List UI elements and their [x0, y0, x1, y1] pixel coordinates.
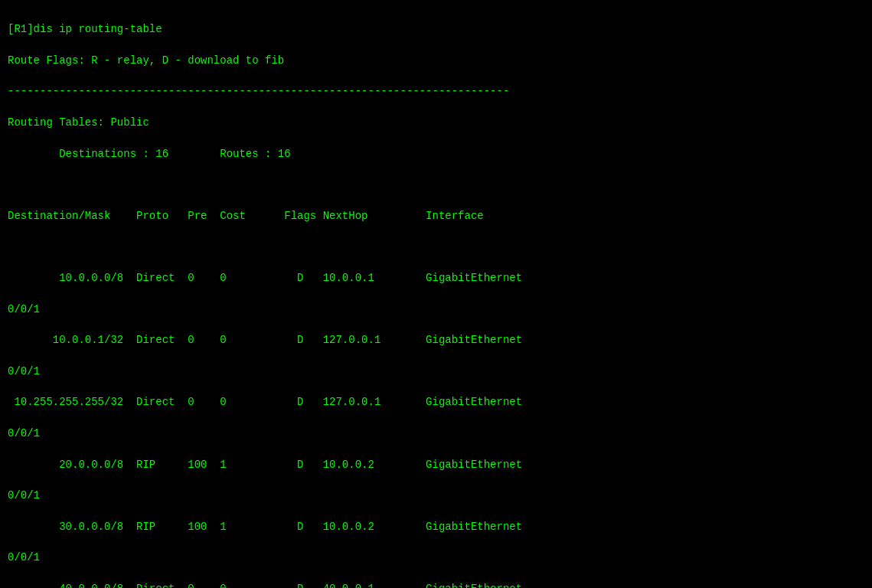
line-4: 20.0.0.0/8 RIP 100 1 D 10.0.0.2 GigabitE… — [8, 459, 522, 471]
line-6: 40.0.0.0/8 Direct 0 0 D 40.0.0.1 Gigabit… — [8, 583, 522, 588]
line-command: [R1]dis ip routing-table — [8, 23, 162, 35]
line-2: 10.0.0.1/32 Direct 0 0 D 127.0.0.1 Gigab… — [8, 334, 522, 346]
line-5b: 0/0/1 — [8, 551, 40, 564]
line-header: Destination/Mask Proto Pre Cost Flags Ne… — [8, 210, 484, 222]
line-destinations: Destinations : 16 Routes : 16 — [8, 148, 291, 160]
line-1b: 0/0/1 — [8, 303, 40, 315]
line-3: 10.255.255.255/32 Direct 0 0 D 127.0.0.1… — [8, 396, 522, 408]
line-routing-tables: Routing Tables: Public — [8, 116, 149, 129]
line-1: 10.0.0.0/8 Direct 0 0 D 10.0.0.1 Gigabit… — [8, 272, 522, 284]
line-4b: 0/0/1 — [8, 489, 40, 501]
line-separator: ----------------------------------------… — [8, 85, 509, 97]
line-flags: Route Flags: R - relay, D - download to … — [8, 54, 284, 67]
line-2b: 0/0/1 — [8, 365, 40, 377]
line-5: 30.0.0.0/8 RIP 100 1 D 10.0.0.2 GigabitE… — [8, 521, 522, 533]
terminal: [R1]dis ip routing-table Route Flags: R … — [8, 6, 864, 588]
line-3b: 0/0/1 — [8, 427, 40, 439]
